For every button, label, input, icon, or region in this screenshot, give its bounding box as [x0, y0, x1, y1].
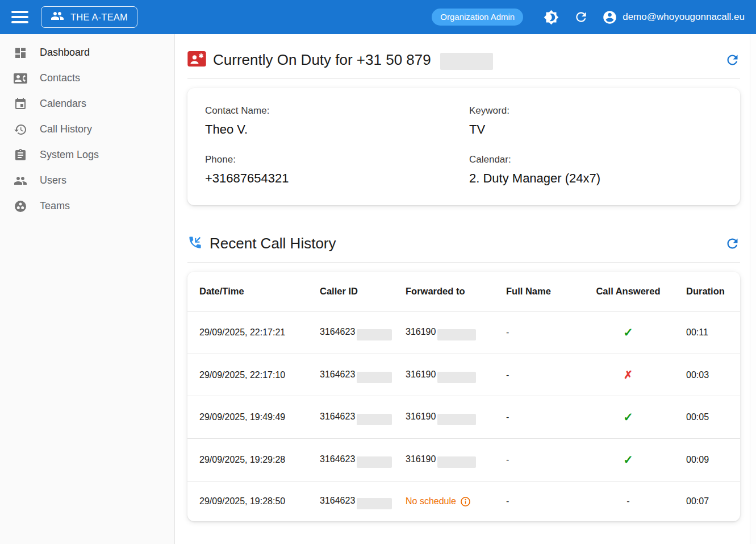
- account-icon: [602, 10, 617, 25]
- call-history-table: Date/TimeCaller IDForwarded toFull NameC…: [187, 272, 740, 521]
- cell-caller-id: 3164623: [320, 354, 406, 396]
- cell-caller-id: 3164623: [320, 439, 406, 481]
- contact-emergency-icon: [187, 51, 206, 69]
- call-history-section-header: Recent Call History: [187, 235, 740, 252]
- cell-call-answered: ✓: [576, 312, 680, 354]
- call-answered-check-icon: ✓: [623, 410, 633, 423]
- on-duty-title: Currently On Duty for +31 50 879: [213, 51, 431, 69]
- redacted-caller-id-block: [357, 456, 392, 468]
- cell-full-name: -: [506, 312, 576, 354]
- sidebar-item-system-logs[interactable]: System Logs: [0, 142, 174, 168]
- sidebar-item-label: Teams: [40, 200, 70, 212]
- scrollbar-track[interactable]: [750, 34, 756, 544]
- no-schedule-label: No schedule: [406, 496, 471, 507]
- history-icon: [14, 123, 27, 136]
- column-header-duration: Duration: [680, 272, 740, 312]
- call-history-row: 29/09/2025, 19:29:283164623316190-✓00:09: [187, 439, 740, 481]
- calendar-icon: [14, 97, 27, 111]
- call-history-row: 29/09/2025, 22:17:213164623316190-✓00:11: [187, 312, 740, 354]
- refresh-icon[interactable]: [574, 10, 588, 24]
- redacted-forwarded-number-block: [437, 414, 476, 425]
- redacted-forwarded-number-block: [437, 372, 476, 383]
- field-calendar: Calendar: 2. Duty Manager (24x7): [469, 154, 722, 186]
- sidebar-item-contacts[interactable]: Contacts: [0, 65, 174, 91]
- field-contact-name: Contact Name: Theo V.: [205, 105, 469, 137]
- call-history-refresh-icon[interactable]: [725, 236, 740, 251]
- cell-forwarded-to: 316190: [406, 439, 506, 481]
- menu-icon[interactable]: [11, 11, 28, 23]
- cell-datetime: 29/09/2025, 19:28:50: [187, 481, 320, 522]
- cell-full-name: -: [506, 354, 576, 396]
- cell-datetime: 29/09/2025, 19:49:49: [187, 396, 320, 439]
- sidebar-item-teams[interactable]: Teams: [0, 193, 174, 219]
- field-keyword: Keyword: TV: [469, 105, 722, 137]
- column-header-call-answered: Call Answered: [576, 272, 680, 312]
- account-menu-button[interactable]: demo@whoyougonnacall.eu: [602, 10, 745, 25]
- call-answered-check-icon: ✓: [623, 326, 633, 339]
- cell-datetime: 29/09/2025, 22:17:21: [187, 312, 320, 354]
- redacted-forwarded-number-block: [437, 456, 476, 468]
- table-header-row: Date/TimeCaller IDForwarded toFull NameC…: [187, 272, 740, 312]
- cell-forwarded-to: No schedule: [406, 481, 506, 522]
- theme-toggle-icon[interactable]: [544, 10, 559, 25]
- on-duty-card: Contact Name: Theo V. Keyword: TV Phone:…: [187, 88, 740, 205]
- call-answered-check-icon: ✓: [623, 453, 633, 466]
- role-badge: Organization Admin: [432, 9, 523, 26]
- cell-duration: 00:05: [680, 396, 740, 439]
- info-icon[interactable]: [460, 496, 471, 507]
- redacted-caller-id-block: [357, 498, 392, 509]
- redacted-forwarded-number-block: [437, 329, 476, 340]
- cell-forwarded-to: 316190: [406, 354, 506, 396]
- cell-duration: 00:03: [680, 354, 740, 396]
- team-people-icon: [51, 9, 64, 25]
- cell-full-name: -: [506, 439, 576, 481]
- cell-caller-id: 3164623: [320, 396, 406, 439]
- sidebar-item-label: System Logs: [40, 149, 99, 161]
- sidebar-item-label: Calendars: [40, 98, 86, 110]
- sidebar-item-dashboard[interactable]: Dashboard: [0, 40, 174, 65]
- sidebar-item-label: Call History: [40, 123, 92, 135]
- cell-duration: 00:09: [680, 439, 740, 481]
- call-history-row: 29/09/2025, 19:28:503164623No schedule--…: [187, 481, 740, 522]
- column-header-caller-id: Caller ID: [320, 272, 406, 312]
- call-history-title: Recent Call History: [210, 235, 336, 252]
- column-header-forwarded-to: Forwarded to: [406, 272, 506, 312]
- call-history-table-card: Date/TimeCaller IDForwarded toFull NameC…: [187, 272, 740, 521]
- team-selector-button[interactable]: THE A-TEAM: [41, 6, 137, 28]
- cell-forwarded-to: 316190: [406, 396, 506, 439]
- cell-datetime: 29/09/2025, 19:29:28: [187, 439, 320, 481]
- cell-call-answered: ✓: [576, 439, 680, 481]
- contacts-icon: [14, 72, 27, 85]
- cell-full-name: -: [506, 396, 576, 439]
- team-name-label: THE A-TEAM: [70, 12, 128, 23]
- teams-icon: [14, 200, 27, 213]
- sidebar: Dashboard Contacts Calendars Call Histor…: [0, 34, 175, 544]
- cell-call-answered: ✗: [576, 354, 680, 396]
- redacted-phone-number-block: [440, 53, 493, 70]
- dashboard-icon: [14, 46, 27, 60]
- column-header-full-name: Full Name: [506, 272, 576, 312]
- cell-caller-id: 3164623: [320, 312, 406, 354]
- cell-datetime: 29/09/2025, 22:17:10: [187, 354, 320, 396]
- divider: [187, 262, 740, 263]
- logs-icon: [14, 148, 27, 162]
- redacted-caller-id-block: [357, 372, 392, 383]
- redacted-caller-id-block: [357, 414, 392, 425]
- redacted-caller-id-block: [357, 329, 392, 340]
- sidebar-item-users[interactable]: Users: [0, 168, 174, 193]
- main-content: Currently On Duty for +31 50 879 Contact…: [175, 34, 750, 544]
- cell-full-name: -: [506, 481, 576, 522]
- cell-call-answered: ✓: [576, 396, 680, 439]
- sidebar-item-label: Contacts: [40, 72, 80, 84]
- on-duty-refresh-icon[interactable]: [725, 52, 740, 68]
- cell-forwarded-to: 316190: [406, 312, 506, 354]
- users-icon: [14, 174, 27, 188]
- app-bar: THE A-TEAM Organization Admin demo@whoyo…: [0, 0, 756, 34]
- column-header-date-time: Date/Time: [187, 272, 320, 312]
- sidebar-item-call-history[interactable]: Call History: [0, 117, 174, 142]
- user-email: demo@whoyougonnacall.eu: [623, 11, 745, 23]
- sidebar-item-label: Dashboard: [40, 47, 90, 59]
- incoming-call-icon: [187, 235, 203, 252]
- call-history-row: 29/09/2025, 19:49:493164623316190-✓00:05: [187, 396, 740, 439]
- sidebar-item-calendars[interactable]: Calendars: [0, 91, 174, 117]
